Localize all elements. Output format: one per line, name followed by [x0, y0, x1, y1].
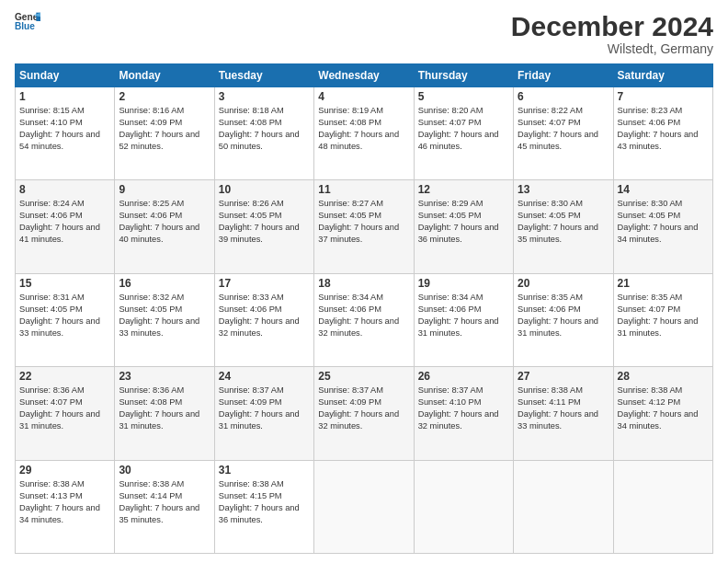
cell-info: Sunrise: 8:24 AMSunset: 4:06 PMDaylight:… — [19, 198, 110, 246]
cell-info: Sunrise: 8:34 AMSunset: 4:06 PMDaylight:… — [318, 292, 409, 339]
table-row: 15Sunrise: 8:31 AMSunset: 4:05 PMDayligh… — [16, 273, 115, 366]
day-number: 2 — [119, 90, 210, 103]
day-number: 19 — [418, 277, 509, 290]
table-row: 4Sunrise: 8:19 AMSunset: 4:08 PMDaylight… — [314, 87, 414, 180]
table-row — [314, 460, 414, 553]
month-title: December 2024 — [511, 11, 713, 41]
cell-info: Sunrise: 8:26 AMSunset: 4:05 PMDaylight:… — [219, 198, 310, 246]
table-row: 29Sunrise: 8:38 AMSunset: 4:13 PMDayligh… — [16, 460, 115, 553]
cell-info: Sunrise: 8:33 AMSunset: 4:06 PMDaylight:… — [219, 292, 310, 339]
cell-info: Sunrise: 8:20 AMSunset: 4:07 PMDaylight:… — [418, 105, 509, 153]
table-row — [613, 460, 712, 553]
table-row: 6Sunrise: 8:22 AMSunset: 4:07 PMDaylight… — [514, 87, 613, 180]
table-row: 5Sunrise: 8:20 AMSunset: 4:07 PMDaylight… — [414, 87, 513, 180]
calendar-row: 8Sunrise: 8:24 AMSunset: 4:06 PMDaylight… — [16, 180, 713, 273]
cell-info: Sunrise: 8:36 AMSunset: 4:07 PMDaylight:… — [19, 385, 110, 432]
day-number: 24 — [219, 370, 310, 383]
cell-info: Sunrise: 8:27 AMSunset: 4:05 PMDaylight:… — [318, 198, 409, 246]
cell-info: Sunrise: 8:38 AMSunset: 4:15 PMDaylight:… — [219, 478, 310, 526]
logo: General Blue — [15, 11, 40, 31]
col-friday: Friday — [514, 64, 613, 87]
table-row: 25Sunrise: 8:37 AMSunset: 4:09 PMDayligh… — [314, 367, 414, 460]
day-number: 21 — [618, 277, 709, 290]
table-row — [514, 460, 613, 553]
title-block: December 2024 Wilstedt, Germany — [511, 11, 713, 56]
table-row: 22Sunrise: 8:36 AMSunset: 4:07 PMDayligh… — [16, 367, 115, 460]
table-row: 13Sunrise: 8:30 AMSunset: 4:05 PMDayligh… — [514, 180, 613, 273]
cell-info: Sunrise: 8:18 AMSunset: 4:08 PMDaylight:… — [219, 105, 310, 153]
day-number: 9 — [119, 183, 210, 196]
header-row: Sunday Monday Tuesday Wednesday Thursday… — [16, 64, 713, 87]
calendar-row: 22Sunrise: 8:36 AMSunset: 4:07 PMDayligh… — [16, 367, 713, 460]
table-row: 9Sunrise: 8:25 AMSunset: 4:06 PMDaylight… — [115, 180, 214, 273]
day-number: 5 — [418, 90, 509, 103]
table-row: 16Sunrise: 8:32 AMSunset: 4:05 PMDayligh… — [115, 273, 214, 366]
day-number: 15 — [19, 277, 110, 290]
day-number: 10 — [219, 183, 310, 196]
table-row: 27Sunrise: 8:38 AMSunset: 4:11 PMDayligh… — [514, 367, 613, 460]
generalblue-logo-icon: General Blue — [15, 11, 40, 31]
table-row: 26Sunrise: 8:37 AMSunset: 4:10 PMDayligh… — [414, 367, 513, 460]
col-sunday: Sunday — [16, 64, 115, 87]
table-row: 31Sunrise: 8:38 AMSunset: 4:15 PMDayligh… — [214, 460, 313, 553]
day-number: 12 — [418, 183, 509, 196]
cell-info: Sunrise: 8:34 AMSunset: 4:06 PMDaylight:… — [418, 292, 509, 339]
table-row: 23Sunrise: 8:36 AMSunset: 4:08 PMDayligh… — [115, 367, 214, 460]
col-wednesday: Wednesday — [314, 64, 414, 87]
cell-info: Sunrise: 8:31 AMSunset: 4:05 PMDaylight:… — [19, 292, 110, 339]
cell-info: Sunrise: 8:38 AMSunset: 4:13 PMDaylight:… — [19, 478, 110, 526]
cell-info: Sunrise: 8:15 AMSunset: 4:10 PMDaylight:… — [19, 105, 110, 153]
cell-info: Sunrise: 8:23 AMSunset: 4:06 PMDaylight:… — [618, 105, 709, 153]
day-number: 6 — [518, 90, 609, 103]
cell-info: Sunrise: 8:37 AMSunset: 4:09 PMDaylight:… — [219, 385, 310, 432]
day-number: 27 — [518, 370, 609, 383]
cell-info: Sunrise: 8:35 AMSunset: 4:06 PMDaylight:… — [518, 292, 609, 339]
svg-text:Blue: Blue — [15, 21, 35, 31]
table-row: 1Sunrise: 8:15 AMSunset: 4:10 PMDaylight… — [16, 87, 115, 180]
table-row: 19Sunrise: 8:34 AMSunset: 4:06 PMDayligh… — [414, 273, 513, 366]
calendar-row: 1Sunrise: 8:15 AMSunset: 4:10 PMDaylight… — [16, 87, 713, 180]
calendar-row: 15Sunrise: 8:31 AMSunset: 4:05 PMDayligh… — [16, 273, 713, 366]
cell-info: Sunrise: 8:25 AMSunset: 4:06 PMDaylight:… — [119, 198, 210, 246]
day-number: 26 — [418, 370, 509, 383]
day-number: 1 — [19, 90, 110, 103]
col-thursday: Thursday — [414, 64, 513, 87]
day-number: 18 — [318, 277, 409, 290]
cell-info: Sunrise: 8:22 AMSunset: 4:07 PMDaylight:… — [518, 105, 609, 153]
day-number: 16 — [119, 277, 210, 290]
table-row: 3Sunrise: 8:18 AMSunset: 4:08 PMDaylight… — [214, 87, 313, 180]
table-row: 18Sunrise: 8:34 AMSunset: 4:06 PMDayligh… — [314, 273, 414, 366]
table-row: 17Sunrise: 8:33 AMSunset: 4:06 PMDayligh… — [214, 273, 313, 366]
table-row: 7Sunrise: 8:23 AMSunset: 4:06 PMDaylight… — [613, 87, 712, 180]
day-number: 13 — [518, 183, 609, 196]
day-number: 25 — [318, 370, 409, 383]
cell-info: Sunrise: 8:37 AMSunset: 4:09 PMDaylight:… — [318, 385, 409, 432]
calendar-table: Sunday Monday Tuesday Wednesday Thursday… — [15, 63, 713, 554]
col-saturday: Saturday — [613, 64, 712, 87]
cell-info: Sunrise: 8:30 AMSunset: 4:05 PMDaylight:… — [518, 198, 609, 246]
cell-info: Sunrise: 8:38 AMSunset: 4:12 PMDaylight:… — [618, 385, 709, 432]
table-row: 21Sunrise: 8:35 AMSunset: 4:07 PMDayligh… — [613, 273, 712, 366]
table-row: 20Sunrise: 8:35 AMSunset: 4:06 PMDayligh… — [514, 273, 613, 366]
day-number: 23 — [119, 370, 210, 383]
cell-info: Sunrise: 8:36 AMSunset: 4:08 PMDaylight:… — [119, 385, 210, 432]
table-row: 24Sunrise: 8:37 AMSunset: 4:09 PMDayligh… — [214, 367, 313, 460]
day-number: 11 — [318, 183, 409, 196]
location: Wilstedt, Germany — [511, 41, 713, 56]
table-row: 14Sunrise: 8:30 AMSunset: 4:05 PMDayligh… — [613, 180, 712, 273]
day-number: 17 — [219, 277, 310, 290]
cell-info: Sunrise: 8:19 AMSunset: 4:08 PMDaylight:… — [318, 105, 409, 153]
table-row: 2Sunrise: 8:16 AMSunset: 4:09 PMDaylight… — [115, 87, 214, 180]
day-number: 31 — [219, 464, 310, 477]
table-row: 30Sunrise: 8:38 AMSunset: 4:14 PMDayligh… — [115, 460, 214, 553]
day-number: 20 — [518, 277, 609, 290]
cell-info: Sunrise: 8:29 AMSunset: 4:05 PMDaylight:… — [418, 198, 509, 246]
day-number: 28 — [618, 370, 709, 383]
cell-info: Sunrise: 8:38 AMSunset: 4:11 PMDaylight:… — [518, 385, 609, 432]
col-monday: Monday — [115, 64, 214, 87]
cell-info: Sunrise: 8:16 AMSunset: 4:09 PMDaylight:… — [119, 105, 210, 153]
day-number: 7 — [618, 90, 709, 103]
cell-info: Sunrise: 8:38 AMSunset: 4:14 PMDaylight:… — [119, 478, 210, 526]
day-number: 14 — [618, 183, 709, 196]
cell-info: Sunrise: 8:32 AMSunset: 4:05 PMDaylight:… — [119, 292, 210, 339]
